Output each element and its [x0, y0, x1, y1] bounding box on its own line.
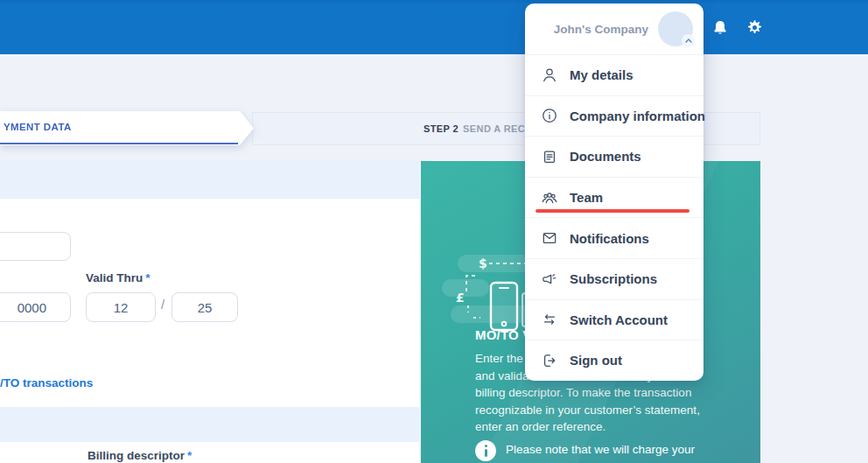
user-icon — [541, 67, 558, 84]
documents-icon — [541, 148, 558, 165]
account-dropdown: John's Company My details Company inform… — [525, 4, 704, 381]
billing-descriptor-label: Billing descriptor* — [88, 449, 192, 462]
menu-item-label: Sign out — [570, 353, 622, 368]
menu-item-label: Company information — [570, 109, 705, 123]
menu-item-company-information[interactable]: Company information — [525, 95, 704, 137]
info-icon — [541, 107, 558, 124]
description-line: enter an order reference. — [475, 418, 700, 436]
menu-item-notifications[interactable]: Notifications — [525, 217, 704, 258]
svg-text:£: £ — [456, 291, 465, 305]
team-highlight-underline — [536, 209, 690, 213]
menu-item-sign-out[interactable]: Sign out — [525, 340, 704, 381]
menu-item-switch-account[interactable]: Switch Account — [525, 299, 704, 340]
valid-thru-month-field[interactable] — [86, 292, 156, 322]
sign-out-icon — [541, 352, 558, 369]
form-section-divider-band — [0, 407, 419, 442]
top-header — [0, 0, 868, 54]
card-data-field[interactable] — [0, 232, 71, 261]
account-switcher-button[interactable]: John's Company — [525, 4, 704, 54]
menu-item-label: Subscriptions — [570, 271, 657, 286]
description-line: billing descriptor. To make the transact… — [475, 384, 700, 402]
required-asterisk: * — [145, 271, 150, 284]
date-separator: / — [161, 297, 164, 312]
menu-item-documents[interactable]: Documents — [525, 136, 704, 177]
menu-item-label: My details — [570, 67, 634, 82]
svg-text:$: $ — [479, 256, 487, 270]
moto-panel-note-row: Please note that we will charge your — [475, 440, 695, 461]
switch-arrows-icon — [541, 311, 558, 328]
step2-prefix-text: STEP 2 — [424, 123, 458, 134]
billing-descriptor-label-text: Billing descriptor — [88, 449, 185, 462]
megaphone-icon — [541, 270, 558, 288]
team-icon — [541, 189, 558, 207]
menu-item-label: Switch Account — [570, 312, 668, 327]
settings-gear-icon[interactable] — [746, 18, 764, 40]
menu-item-label: Notifications — [570, 231, 649, 246]
step1-active-underline — [0, 143, 238, 145]
step1-tab[interactable]: YMENT DATA — [0, 111, 254, 145]
info-circle-icon — [475, 440, 496, 461]
notifications-bell-icon[interactable] — [711, 18, 729, 41]
chevron-up-icon — [682, 34, 695, 47]
required-asterisk: * — [187, 449, 192, 462]
company-name-label: John's Company — [554, 23, 648, 36]
description-line: recognizable in your customer’s statemen… — [475, 402, 700, 419]
valid-thru-label: Valid Thru* — [86, 271, 150, 284]
step1-tab-shape: YMENT DATA — [0, 111, 254, 145]
form-section-header-band — [0, 161, 419, 199]
menu-item-team[interactable]: Team — [525, 177, 704, 218]
valid-thru-label-text: Valid Thru — [86, 271, 143, 284]
menu-item-my-details[interactable]: My details — [525, 54, 704, 95]
avatar — [658, 11, 693, 46]
mail-icon — [541, 229, 558, 247]
payment-form-card: Valid Thru* 0000 / /TO transactions Bill… — [0, 161, 419, 463]
card-number-group-field[interactable]: 0000 — [0, 292, 71, 322]
card-number-group-value: 0000 — [18, 300, 46, 315]
menu-item-label: Documents — [570, 149, 641, 164]
moto-transactions-link[interactable]: /TO transactions — [0, 376, 93, 389]
valid-thru-year-field[interactable] — [172, 292, 238, 322]
menu-item-subscriptions[interactable]: Subscriptions — [525, 258, 704, 299]
step1-label: YMENT DATA — [4, 111, 72, 143]
menu-item-label: Team — [570, 190, 603, 205]
account-menu-list: My details Company information Documents… — [525, 54, 704, 381]
moto-panel-note: Please note that we will charge your — [506, 440, 695, 456]
